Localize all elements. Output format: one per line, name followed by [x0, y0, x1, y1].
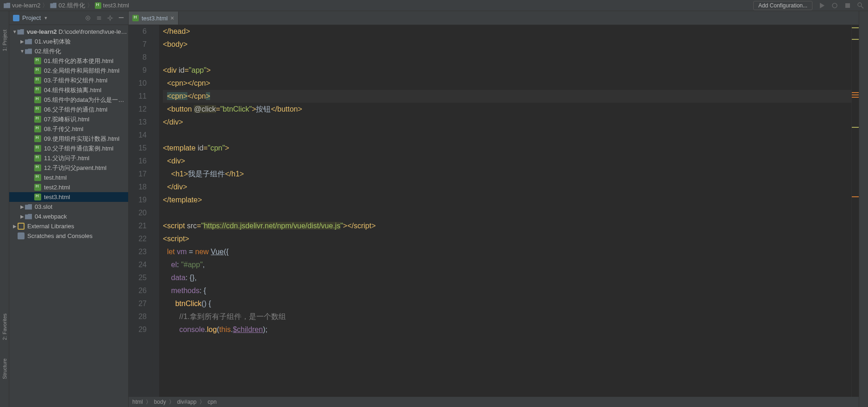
tree-file[interactable]: 03.子组件和父组件.html	[9, 75, 128, 85]
svg-rect-7	[119, 17, 124, 18]
chevron-down-icon: ▼	[43, 16, 48, 20]
external-libraries[interactable]: ▶External Libraries	[9, 221, 128, 231]
svg-point-5	[87, 17, 89, 19]
svg-point-0	[832, 3, 837, 8]
crumb[interactable]: cpn	[208, 399, 217, 405]
tree-folder[interactable]: ▶01.vue初体验	[9, 37, 128, 46]
html-file-icon	[34, 116, 41, 123]
fold-column	[153, 25, 159, 397]
html-file-icon	[34, 87, 41, 94]
folder-icon	[4, 3, 10, 8]
favorites-tool-button[interactable]: 2: Favorites	[2, 313, 7, 340]
html-file-icon	[34, 194, 41, 200]
tree-file[interactable]: test2.html	[9, 182, 128, 192]
scratch-icon	[18, 232, 25, 239]
folder-icon	[25, 214, 32, 219]
svg-line-3	[861, 6, 863, 8]
tree-file[interactable]: 07.驼峰标识.html	[9, 114, 128, 124]
crumb[interactable]: div#app	[177, 399, 197, 405]
project-sidebar: Project ▼ ▼vue-learn2 D:\code\frontend\v…	[9, 11, 129, 407]
html-file-icon	[34, 135, 41, 142]
tree-folder[interactable]: ▶03.slot	[9, 202, 128, 212]
editor-area: test3.html × 678910111213141516171819202…	[129, 11, 859, 407]
tree-file[interactable]: 06.父子组件的通信.html	[9, 105, 128, 114]
tree-folder[interactable]: ▶04.webpack	[9, 212, 128, 221]
error-stripe[interactable]	[851, 25, 859, 397]
editor-tab[interactable]: test3.html ×	[129, 12, 179, 25]
folder-icon	[50, 3, 56, 8]
tree-root[interactable]: ▼vue-learn2 D:\code\frontend\vue-learn2	[9, 27, 128, 37]
code-content[interactable]: </head><body> <div id="app"> <cpn></cpn>…	[159, 25, 851, 397]
right-tool-window-bar	[859, 11, 868, 407]
breadcrumb: vue-learn2 〉 02.组件化 〉 test3.html	[4, 1, 753, 10]
search-icon[interactable]	[857, 2, 864, 9]
run-icon[interactable]	[818, 2, 825, 9]
left-tool-window-bar: 1: Project 2: Favorites Structure	[0, 11, 9, 407]
tree-file[interactable]: 12.子访问父parent.html	[9, 163, 128, 173]
file-tree: ▼vue-learn2 D:\code\frontend\vue-learn2 …	[9, 25, 128, 407]
code-editor[interactable]: 6789101112131415161718192021222324252627…	[129, 25, 859, 397]
tree-file[interactable]: 11.父访问子.html	[9, 153, 128, 163]
folder-icon	[25, 204, 32, 210]
breadcrumb-item[interactable]: test3.html	[95, 2, 129, 9]
library-icon	[18, 223, 25, 230]
tree-file[interactable]: 09.使用组件实现计数器.html	[9, 134, 128, 144]
tree-file[interactable]: 02.全局组件和局部组件.html	[9, 66, 128, 75]
html-file-icon	[34, 96, 41, 103]
svg-point-6	[109, 17, 111, 19]
svg-point-2	[858, 3, 862, 6]
debug-icon[interactable]	[831, 2, 838, 9]
scratches-consoles[interactable]: Scratches and Consoles	[9, 231, 128, 241]
crumb[interactable]: html	[132, 399, 143, 405]
sidebar-title[interactable]: Project ▼	[13, 14, 85, 21]
html-file-icon	[34, 67, 41, 74]
folder-icon	[17, 29, 24, 35]
collapse-icon[interactable]	[96, 15, 102, 21]
chevron-right-icon: 〉	[87, 1, 93, 10]
project-tool-button[interactable]: 1: Project	[2, 30, 7, 51]
tree-file-selected[interactable]: test3.html	[9, 192, 128, 202]
close-icon[interactable]: ×	[170, 14, 174, 22]
add-configuration-button[interactable]: Add Configuration...	[753, 1, 812, 10]
tree-file[interactable]: 08.子传父.html	[9, 124, 128, 134]
html-file-icon	[34, 57, 41, 64]
html-file-icon	[34, 106, 41, 113]
stop-icon[interactable]	[844, 2, 851, 9]
html-file-icon	[34, 155, 41, 162]
html-file-icon	[34, 125, 41, 132]
tree-file[interactable]: 01.组件化的基本使用.html	[9, 56, 128, 66]
structure-breadcrumb: html〉 body〉 div#app〉 cpn	[129, 397, 859, 407]
tree-folder[interactable]: ▼02.组件化	[9, 46, 128, 56]
locate-icon[interactable]	[85, 15, 91, 21]
structure-tool-button[interactable]: Structure	[2, 358, 7, 379]
crumb[interactable]: body	[154, 399, 166, 405]
hide-icon[interactable]	[118, 15, 124, 21]
html-file-icon	[132, 15, 139, 21]
html-file-icon	[34, 174, 41, 181]
breadcrumb-item[interactable]: vue-learn2	[4, 2, 40, 9]
html-file-icon	[34, 77, 41, 84]
toolbar-right: Add Configuration...	[753, 1, 864, 10]
html-file-icon	[34, 164, 41, 171]
chevron-right-icon: 〉	[42, 1, 48, 10]
line-gutter: 6789101112131415161718192021222324252627…	[129, 25, 153, 397]
svg-rect-1	[845, 3, 850, 8]
tree-file[interactable]: test.html	[9, 173, 128, 182]
tree-file[interactable]: 05.组件中的data为什么是一个函数.html	[9, 95, 128, 105]
project-view-icon	[13, 15, 19, 21]
top-breadcrumb-bar: vue-learn2 〉 02.组件化 〉 test3.html Add Con…	[0, 0, 868, 11]
gear-icon[interactable]	[107, 15, 113, 21]
sidebar-header: Project ▼	[9, 11, 128, 25]
html-file-icon	[34, 145, 41, 152]
html-file-icon	[95, 2, 101, 9]
folder-icon	[25, 49, 32, 54]
tree-file[interactable]: 04.组件模板抽离.html	[9, 85, 128, 95]
breadcrumb-item[interactable]: 02.组件化	[50, 1, 85, 10]
tree-file[interactable]: 10.父子组件通信案例.html	[9, 144, 128, 153]
folder-icon	[25, 39, 32, 44]
html-file-icon	[34, 184, 41, 191]
editor-tabs: test3.html ×	[129, 11, 859, 25]
